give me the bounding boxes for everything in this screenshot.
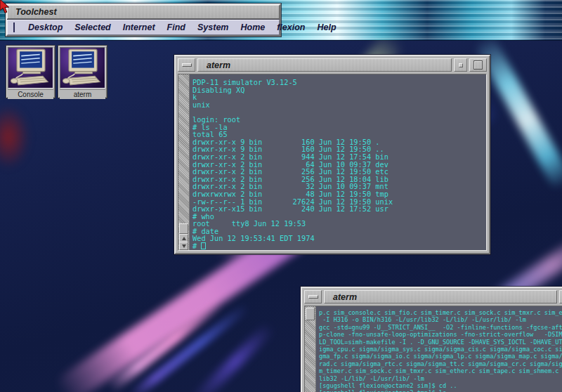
terminal2-title[interactable]: aterm [324,290,557,303]
terminal1-titlebar[interactable]: aterm [178,58,487,72]
desktop-icon-console[interactable]: Console [6,45,55,98]
window-menu-button[interactable] [178,58,195,72]
terminal-line: -I H316 -o BIN/h316 -L/usr/lib32 -L/lib/… [319,316,562,323]
scroll-down-button[interactable] [179,242,188,250]
desktop: { "toolchest": { "title": "Toolchest", "… [0,0,562,392]
terminal-line: gma_fp.c sigma/sigma_io.c sigma/sigma_lp… [319,353,562,360]
toolchest-menubar: DesktopSelectedInternetFindSystemHomefle… [7,20,280,35]
terminal-line: Disabling XQ [192,86,486,94]
toolchest-menu-item[interactable]: Selected [74,22,110,32]
terminal-line: drwxrwxrwx 2 bin 48 Jun 12 19:50 tmp [192,190,486,198]
terminal-line: p.c sim_console.c sim_fio.c sim_timer.c … [319,309,562,316]
terminal-line: igma_cpu.c sigma/sigma_sys.c sigma/sigma… [319,346,562,353]
shell-prompt: # [192,242,201,250]
toolchest-window-icon[interactable] [13,22,15,32]
wallpaper-beam [188,321,276,392]
shell-prompt-line: # [192,242,486,250]
icon-label-console: Console [8,89,53,99]
terminal2-text[interactable]: p.c sim_console.c sim_fio.c sim_timer.c … [316,306,562,392]
terminal1-body[interactable]: PDP-11 simulator V3.12-5Disabling XQkuni… [178,74,487,251]
terminal-line: k [192,93,486,101]
terminal-line: LD_TOOL=simh-makefile -I . -D_GNU_SOURCE… [319,339,562,346]
minimize-button[interactable] [559,290,562,303]
desktop-icon-aterm[interactable]: aterm [58,45,107,98]
wallpaper-red-patch [0,105,30,169]
terminal-line: unix [192,101,486,109]
terminal-line: drwxr-xr-x 2 bin 944 Jun 12 17:54 bin [192,153,486,161]
terminal-cursor [201,242,206,249]
terminal-line: root tty8 Jun 12 19:53 [192,220,486,228]
terminal-window-2: aterm p.c sim_console.c sim_fio.c sim_ti… [301,287,562,392]
terminal-line: m_timer.c sim_sock.c sim_tmxr.c sim_ethe… [319,367,562,374]
toolchest-menu-item[interactable]: flexion [277,22,305,32]
toolchest-menu-item[interactable]: System [197,22,228,32]
toolchest-menu-item[interactable]: Home [240,22,265,32]
terminal1-scrollbar[interactable] [178,74,190,250]
toolchest-titlebar[interactable]: Toolchest [7,5,280,19]
scrollbar-thumb[interactable] [179,223,188,234]
terminal-line: p-clone -fno-unsafe-loop-optimizations -… [319,331,562,338]
toolchest-menu-item[interactable]: Internet [123,22,155,32]
terminal-line: # ls -la [192,124,486,131]
toolchest-menu-item[interactable]: Find [167,22,185,32]
terminal-line: PDP-11 simulator V3.12-5 [192,79,486,86]
terminal2-body[interactable]: p.c sim_console.c sim_fio.c sim_timer.c … [304,306,562,392]
computer-icon [60,47,105,89]
terminal-line: gcc -std=gnu99 -U__STRICT_ANSI__ -O2 -fi… [319,324,562,331]
scroll-up-icon [182,237,186,240]
terminal2-scrollbar[interactable] [305,306,316,392]
terminal-line: [sgugshell flexion@octane2 sim]$ cd .. [319,382,562,389]
terminal-window-1: aterm PDP-11 simulator V3.12-5Disabling … [174,55,490,254]
dash-icon [308,295,318,299]
terminal-line: Wed Jun 12 19:53:41 EDT 1974 [192,235,486,242]
toolchest-menu-item[interactable]: Desktop [28,22,63,32]
toolchest-title: Toolchest [15,7,57,17]
computer-icon [8,47,53,89]
toolchest-menu-item[interactable]: Help [318,22,336,32]
terminal1-title[interactable]: aterm [197,58,452,72]
dash-icon [182,63,192,67]
square-icon [473,60,483,70]
terminal-line: drwxr-xr-x15 bin 240 Jun 12 17:52 usr [192,205,486,213]
terminal1-text[interactable]: PDP-11 simulator V3.12-5Disabling XQkuni… [190,74,486,250]
terminal-line: [sgugshell flexion@octane2 tmp]$ ls [319,389,562,392]
toolchest-window: Toolchest DesktopSelectedInternetFindSys… [6,4,281,37]
icon-label-aterm: aterm [60,89,105,99]
minimize-button[interactable] [454,58,467,72]
wallpaper-beam [129,302,251,392]
dot-icon [459,63,463,67]
wallpaper-beam [106,298,223,392]
terminal-line: lib32 -L/lib/ -L/usr/lib/ -lm [319,375,562,382]
scroll-down-icon [182,244,186,248]
maximize-button[interactable] [469,58,487,72]
scrollbar-thumb[interactable] [306,308,315,320]
window-menu-button[interactable] [304,290,322,303]
terminal-line: rad.c sigma/sigma_rtc.c sigma/sigma_tt.c… [319,360,562,367]
terminal-line: login: root [192,116,486,124]
terminal2-titlebar[interactable]: aterm [304,290,562,303]
